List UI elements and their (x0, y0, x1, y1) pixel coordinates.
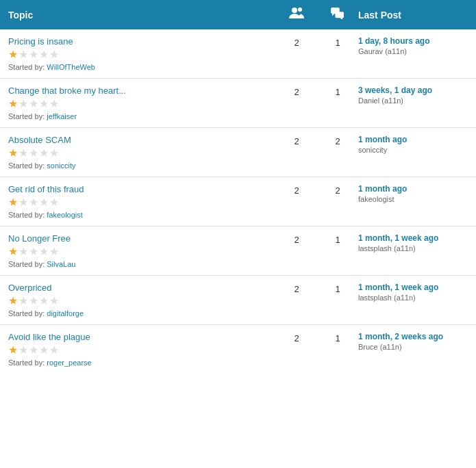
lastpost-cell: 1 day, 8 hours ago Gaurav (a11n) (358, 36, 468, 55)
replies-count: 1 (317, 332, 358, 343)
table-row: Avoid like the plague ★★★★★ Started by: … (0, 325, 476, 374)
lastpost-cell: 3 weeks, 1 day ago Daniel (a11n) (358, 86, 468, 105)
members-count: 2 (276, 233, 317, 245)
topic-title[interactable]: Overpriced (8, 283, 276, 293)
lastpost-time: 1 day, 8 hours ago (358, 36, 468, 46)
topic-author: Started by: SilvaLau (8, 260, 276, 268)
replies-count: 2 (317, 184, 358, 196)
star-5: ★ (49, 148, 59, 159)
star-3: ★ (29, 49, 38, 60)
author-link[interactable]: SilvaLau (47, 260, 75, 268)
table-row: Absolute SCAM ★★★★★ Started by: soniccit… (0, 128, 476, 177)
header-lastpost: Last Post (358, 10, 468, 21)
star-4: ★ (39, 49, 49, 60)
members-count: 2 (276, 135, 317, 146)
lastpost-author: soniccity (358, 146, 468, 154)
topic-cell: Get rid of this fraud ★★★★★ Started by: … (8, 184, 276, 219)
author-link[interactable]: roger_pearse (47, 359, 91, 367)
topic-cell: Pricing is insane ★★★★★ Started by: Will… (8, 36, 276, 71)
topic-author: Started by: jeffkaiser (8, 112, 276, 120)
lastpost-author: lastsplash (a11n) (358, 244, 468, 252)
lastpost-time: 1 month ago (358, 135, 468, 144)
star-4: ★ (39, 296, 49, 307)
topic-title[interactable]: Avoid like the plague (8, 332, 276, 342)
star-4: ★ (39, 197, 49, 208)
star-rating: ★★★★★ (8, 246, 276, 257)
star-2: ★ (18, 99, 28, 109)
header-topic-label: Topic (8, 10, 33, 21)
author-link[interactable]: fakeologist (47, 211, 83, 219)
topic-author: Started by: soniccity (8, 161, 276, 170)
star-1: ★ (8, 345, 18, 356)
replies-count: 1 (317, 86, 358, 97)
topic-cell: Change that broke my heart... ★★★★★ Star… (8, 86, 276, 120)
topic-title[interactable]: Pricing is insane (8, 36, 276, 47)
star-1: ★ (8, 296, 18, 307)
header-lastpost-label: Last Post (358, 10, 401, 21)
star-rating: ★★★★★ (8, 296, 276, 307)
star-4: ★ (39, 148, 49, 159)
star-5: ★ (49, 246, 59, 257)
header-members (276, 7, 317, 23)
forum-table: Topic (0, 0, 476, 374)
star-5: ★ (49, 197, 59, 208)
topic-cell: Absolute SCAM ★★★★★ Started by: soniccit… (8, 135, 276, 170)
author-link[interactable]: digitalforge (47, 309, 84, 317)
topic-cell: Overpriced ★★★★★ Started by: digitalforg… (8, 283, 276, 317)
topic-title[interactable]: Change that broke my heart... (8, 86, 276, 96)
star-1: ★ (8, 197, 18, 208)
star-5: ★ (49, 296, 59, 307)
star-1: ★ (8, 49, 18, 60)
svg-marker-3 (332, 14, 335, 16)
star-rating: ★★★★★ (8, 197, 276, 208)
star-3: ★ (29, 345, 38, 356)
author-link[interactable]: jeffkaiser (47, 112, 77, 120)
star-1: ★ (8, 99, 18, 109)
members-count: 2 (276, 184, 317, 196)
svg-rect-4 (335, 12, 344, 18)
replies-count: 1 (317, 283, 358, 294)
svg-point-1 (298, 8, 302, 12)
star-rating: ★★★★★ (8, 345, 276, 356)
rows-container: Pricing is insane ★★★★★ Started by: Will… (0, 29, 476, 374)
replies-icon (330, 7, 345, 23)
topic-cell: Avoid like the plague ★★★★★ Started by: … (8, 332, 276, 367)
lastpost-author: fakeologist (358, 195, 468, 203)
members-icon (289, 7, 304, 23)
topic-title[interactable]: No Longer Free (8, 233, 276, 244)
members-count: 2 (276, 86, 317, 97)
star-1: ★ (8, 148, 18, 159)
star-rating: ★★★★★ (8, 99, 276, 109)
star-1: ★ (8, 246, 18, 257)
lastpost-author: Daniel (a11n) (358, 96, 468, 105)
lastpost-time: 1 month ago (358, 184, 468, 194)
author-link[interactable]: WillOfTheWeb (47, 63, 95, 71)
star-2: ★ (18, 296, 28, 307)
star-2: ★ (18, 49, 28, 60)
star-4: ★ (39, 246, 49, 257)
table-row: Pricing is insane ★★★★★ Started by: Will… (0, 29, 476, 79)
star-3: ★ (29, 148, 38, 159)
star-2: ★ (18, 345, 28, 356)
lastpost-time: 1 month, 1 week ago (358, 283, 468, 292)
lastpost-time: 1 month, 2 weeks ago (358, 332, 468, 341)
topic-title[interactable]: Get rid of this fraud (8, 184, 276, 194)
topic-author: Started by: WillOfTheWeb (8, 63, 276, 71)
members-count: 2 (276, 332, 317, 343)
header-replies (317, 7, 358, 23)
table-row: No Longer Free ★★★★★ Started by: SilvaLa… (0, 226, 476, 276)
lastpost-author: Gaurav (a11n) (358, 47, 468, 55)
topic-title[interactable]: Absolute SCAM (8, 135, 276, 145)
lastpost-author: Bruce (a11n) (358, 343, 468, 351)
star-4: ★ (39, 99, 49, 109)
star-3: ★ (29, 246, 38, 257)
replies-count: 2 (317, 135, 358, 146)
star-3: ★ (29, 99, 38, 109)
svg-marker-5 (340, 18, 343, 19)
members-count: 2 (276, 36, 317, 48)
lastpost-time: 3 weeks, 1 day ago (358, 86, 468, 95)
replies-count: 1 (317, 36, 358, 48)
author-link[interactable]: soniccity (47, 161, 75, 170)
lastpost-cell: 1 month, 2 weeks ago Bruce (a11n) (358, 332, 468, 351)
lastpost-cell: 1 month, 1 week ago lastsplash (a11n) (358, 233, 468, 252)
